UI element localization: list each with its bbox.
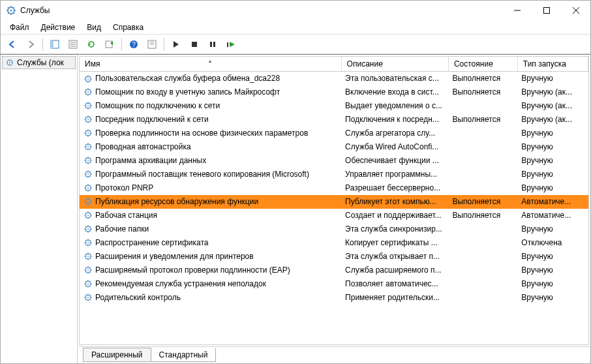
separator: [164, 38, 164, 51]
cell-name: Пользовательская служба буфера обмена_dc…: [80, 72, 341, 85]
cell-state: Выполняется: [448, 85, 517, 99]
svg-point-29: [87, 105, 89, 106]
forward-button[interactable]: [23, 37, 38, 52]
cell-startup: Вручную (ак...: [517, 99, 588, 113]
back-button[interactable]: [5, 37, 20, 52]
table-row[interactable]: Проводная автонастройкаСлужба Wired Auto…: [80, 140, 588, 154]
refresh-button[interactable]: [83, 37, 99, 52]
gear-icon: [83, 129, 93, 138]
cell-name: Родительский контроль: [80, 291, 341, 305]
table-row[interactable]: Рабочие папкиЭта служба синхронизир...Вр…: [80, 222, 588, 236]
table-row[interactable]: Рабочая станцияСоздает и поддерживает...…: [80, 209, 588, 222]
table-row[interactable]: Помощник по подключению к сетиВыдает уве…: [80, 99, 588, 113]
cell-description: Выдает уведомления о с...: [341, 99, 448, 113]
help2-button[interactable]: [144, 37, 160, 52]
cell-name: Расширяемый протокол проверки подлинност…: [80, 264, 341, 277]
cell-description: Подключения к посредн...: [341, 113, 448, 127]
cell-description: Служба Wired AutoConfi...: [341, 140, 448, 154]
titlebar: Службы: [1, 1, 590, 20]
cell-description: Публикует этот компью...: [341, 195, 448, 209]
table-row[interactable]: Расширения и уведомления для принтеровЭт…: [80, 250, 588, 264]
gear-icon: [83, 156, 93, 165]
cell-state: [448, 250, 517, 264]
column-header-state[interactable]: Состояние: [448, 57, 517, 72]
cell-description: Управляет программны...: [341, 168, 448, 181]
cell-name: Рекомендуемая служба устранения неполадо…: [80, 277, 341, 291]
console-tree[interactable]: Службы (лок: [1, 55, 78, 363]
table-row[interactable]: Посредник подключений к сетиПодключения …: [80, 113, 588, 127]
cell-startup: Отключена: [517, 236, 588, 250]
table-row[interactable]: Проверка подлинности на основе физически…: [80, 127, 588, 140]
content-area: Службы (лок ▴Имя Описание Состояние Тип …: [1, 54, 590, 363]
cell-description: Применяет родительски...: [341, 291, 448, 305]
table-row[interactable]: Программа архивации данныхОбеспечивает ф…: [80, 154, 588, 168]
cell-name: Проверка подлинности на основе физически…: [80, 127, 341, 140]
gear-icon: [83, 101, 93, 110]
svg-point-53: [87, 269, 89, 271]
cell-startup: Вручную: [517, 222, 588, 236]
tab-standard[interactable]: Стандартный: [151, 348, 217, 362]
column-header-name[interactable]: ▴Имя: [80, 57, 341, 72]
services-list[interactable]: ▴Имя Описание Состояние Тип запуска Поль…: [79, 56, 589, 345]
cell-state: [448, 127, 517, 140]
gear-icon: [83, 170, 93, 179]
svg-point-55: [87, 283, 89, 284]
gear-icon: [83, 238, 93, 247]
table-row[interactable]: Родительский контрольПрименяет родительс…: [80, 291, 588, 305]
cell-description: Включение входа в сист...: [341, 85, 448, 99]
window-title: Службы: [20, 6, 50, 15]
table-row[interactable]: Расширяемый протокол проверки подлинност…: [80, 264, 588, 277]
menu-view[interactable]: Вид: [82, 22, 106, 33]
stop-service-button[interactable]: [187, 37, 202, 52]
menu-help[interactable]: Справка: [108, 22, 149, 33]
maximize-button[interactable]: [532, 1, 561, 20]
view-tabs: Расширенный Стандартный: [79, 346, 589, 362]
cell-startup: Вручную: [517, 264, 588, 277]
start-service-button[interactable]: [168, 37, 184, 52]
gear-icon: [5, 58, 14, 67]
svg-point-49: [87, 242, 89, 243]
table-row[interactable]: Распространение сертификатаКопирует серт…: [80, 236, 588, 250]
table-row[interactable]: Публикация ресурсов обнаружения функцииП…: [80, 195, 588, 209]
minimize-button[interactable]: [502, 1, 532, 20]
cell-description: Служба агрегатора слу...: [341, 127, 448, 140]
close-button[interactable]: [561, 1, 590, 20]
column-header-description[interactable]: Описание: [341, 57, 448, 72]
cell-startup: Автоматиче...: [517, 209, 588, 222]
svg-point-27: [87, 91, 89, 93]
cell-startup: Вручную (ак...: [517, 85, 588, 99]
properties-button[interactable]: [65, 37, 81, 52]
cell-description: Создает и поддерживает...: [341, 209, 448, 222]
cell-startup: Вручную: [517, 291, 588, 305]
table-row[interactable]: Программный поставщик теневого копирован…: [80, 168, 588, 181]
pause-service-button[interactable]: [205, 37, 220, 52]
menu-file[interactable]: Файл: [5, 22, 35, 33]
show-hide-tree-button[interactable]: [47, 37, 63, 52]
cell-state: [448, 168, 517, 181]
gear-icon: [83, 265, 93, 275]
cell-name: Проводная автонастройка: [80, 140, 341, 154]
cell-state: [448, 291, 517, 305]
svg-rect-19: [210, 42, 212, 47]
cell-startup: Автоматиче...: [517, 195, 588, 209]
menubar: Файл Действие Вид Справка: [1, 20, 590, 35]
separator: [42, 38, 43, 51]
cell-description: Эта служба открывает п...: [341, 250, 448, 264]
cell-state: Выполняется: [448, 195, 517, 209]
menu-action[interactable]: Действие: [36, 22, 81, 33]
tree-node-services[interactable]: Службы (лок: [2, 56, 76, 69]
table-row[interactable]: Пользовательская служба буфера обмена_dc…: [80, 72, 588, 85]
table-row[interactable]: Протокол PNRPРазрешает бессерверно...Вру…: [80, 181, 588, 195]
table-row[interactable]: Помощник по входу в учетную запись Майкр…: [80, 85, 588, 99]
svg-rect-12: [106, 41, 112, 48]
column-header-startup[interactable]: Тип запуска: [517, 57, 588, 72]
gear-icon: [83, 142, 93, 151]
svg-rect-3: [543, 8, 549, 14]
restart-service-button[interactable]: [223, 37, 239, 52]
titlebar-left: Службы: [6, 5, 50, 16]
table-row[interactable]: Рекомендуемая служба устранения неполадо…: [80, 277, 588, 291]
cell-startup: Вручную: [517, 72, 588, 85]
export-list-button[interactable]: [102, 37, 117, 52]
tab-extended[interactable]: Расширенный: [83, 348, 151, 362]
help-button[interactable]: ?: [126, 37, 142, 52]
